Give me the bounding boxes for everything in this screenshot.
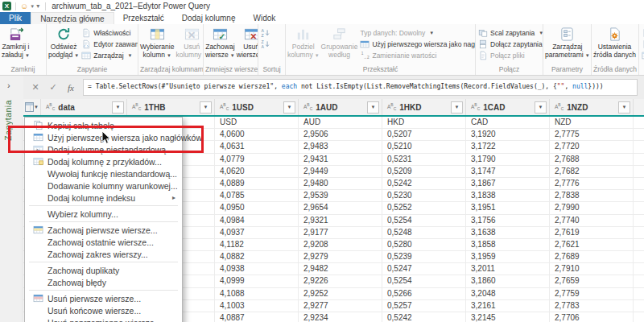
fx-icon[interactable]: fx — [65, 83, 76, 93]
cell[interactable]: 4,0984 — [215, 215, 299, 226]
cell[interactable]: 2,9279 — [299, 251, 382, 262]
manage-parameters-button[interactable]: Zarządzajparametrami▼ — [544, 25, 591, 59]
filter-dropdown-icon[interactable]: ▼ — [283, 101, 295, 114]
close-load-button[interactable]: Zamknij izaładuj▼ — [1, 25, 31, 59]
remove-columns-button[interactable]: ✕Usuńkolumny▼ — [175, 25, 204, 59]
cell[interactable]: 3,2011 — [466, 263, 550, 275]
cell[interactable]: AUD — [299, 117, 382, 128]
cell[interactable]: HKD — [382, 117, 466, 128]
cell[interactable]: 0,5254 — [382, 215, 466, 226]
menu-item-zachowaj-błędy[interactable]: Zachowaj błędy — [25, 276, 182, 288]
tab-plik[interactable]: Plik — [0, 12, 31, 24]
menu-item-dodaj-kolumnę-z-przykładów[interactable]: Dodaj kolumnę z przykładów... — [25, 155, 182, 167]
cell[interactable]: 2,7688 — [550, 154, 634, 165]
filter-dropdown-icon[interactable]: ▼ — [535, 101, 547, 114]
menu-item-zachowaj-ostatnie-wiersze[interactable]: Zachowaj ostatnie wiersze... — [25, 236, 182, 248]
cell[interactable]: 0,5252 — [382, 202, 466, 213]
cell[interactable]: 4,0950 — [215, 202, 299, 213]
cell[interactable]: 0,5207 — [382, 129, 466, 140]
cell[interactable]: 0,5242 — [382, 312, 466, 322]
menu-item-usuń-pierwsze-wiersze[interactable]: Usuń pierwsze wiersze... — [25, 292, 182, 304]
cell[interactable]: 4,0600 — [215, 129, 299, 140]
cell[interactable]: 4,0889 — [215, 178, 299, 189]
typ-danych-dowolny-button[interactable]: Typ danych: Dowolny▼ — [360, 28, 476, 38]
tab-narzędzia-główne[interactable]: Narzędzia główne — [31, 12, 114, 24]
menu-item-dodawanie-kolumny-warunkowej[interactable]: Dodawanie kolumny warunkowej... — [25, 180, 182, 192]
confirm-formula-icon[interactable]: ✓ — [47, 82, 59, 93]
cell[interactable]: 4,0999 — [215, 275, 299, 287]
cell[interactable]: 3,1920 — [466, 129, 550, 140]
cell[interactable]: 3,1838 — [466, 190, 550, 201]
properties-button[interactable]: Właściwości — [81, 28, 138, 38]
manage-button[interactable]: Zarządzaj▼ — [81, 51, 138, 60]
menu-item-zachowaj-pierwsze-wiersze[interactable]: Zachowaj pierwsze wiersze... — [25, 224, 182, 236]
filter-dropdown-icon[interactable]: ▼ — [200, 101, 212, 114]
cell[interactable]: 4,0620 — [215, 166, 299, 177]
cell[interactable]: 2,9654 — [299, 202, 382, 213]
cell[interactable]: 4,1003 — [215, 300, 299, 312]
menu-item-zachowaj-duplikaty[interactable]: Zachowaj duplikaty — [25, 264, 182, 276]
append-queries-button[interactable]: Dołącz zapytania▼ — [478, 39, 543, 49]
cell[interactable]: 4,1088 — [215, 288, 299, 299]
column-header-1CAD[interactable]: ABC1CAD▼ — [466, 99, 550, 115]
cell[interactable]: 3,2048 — [466, 288, 550, 299]
cell[interactable]: 0,5266 — [382, 288, 466, 299]
advanced-editor-button[interactable]: Edytor zaawansowany — [81, 39, 138, 49]
cell[interactable]: 0,5209 — [382, 166, 466, 177]
cell[interactable]: 4,0779 — [215, 154, 299, 165]
cell[interactable]: 2,9482 — [299, 263, 382, 275]
cell[interactable]: 0,5230 — [382, 190, 466, 201]
cell[interactable]: 2,9252 — [299, 288, 382, 299]
refresh-button[interactable]: Odświeżpodgląd▼ — [47, 25, 80, 59]
cell[interactable]: 4,0631 — [215, 141, 299, 152]
cell[interactable]: 2,7759 — [550, 288, 634, 299]
cell[interactable]: 3,1858 — [466, 239, 550, 250]
column-header-1AUD[interactable]: ABC1AUD▼ — [299, 99, 382, 115]
cell[interactable]: 4,0937 — [215, 227, 299, 238]
filter-dropdown-icon[interactable]: ▼ — [112, 101, 124, 114]
cell[interactable]: 2,7720 — [550, 141, 634, 152]
expand-pane-icon[interactable]: › — [7, 80, 10, 90]
cell[interactable]: 4,0887 — [215, 312, 299, 322]
cell[interactable]: 0,5231 — [382, 154, 466, 165]
cell[interactable]: 4,0785 — [215, 190, 299, 201]
tab-przekształć[interactable]: Przekształć — [114, 12, 173, 24]
cell[interactable]: 4,0882 — [215, 251, 299, 262]
cell[interactable]: 2,9506 — [299, 129, 382, 140]
cell[interactable]: 3,1756 — [466, 215, 550, 226]
column-header-1USD[interactable]: ABC1USD▼ — [215, 99, 299, 115]
cell[interactable]: 3,1790 — [466, 154, 550, 165]
filter-dropdown-icon[interactable]: ▼ — [367, 101, 379, 114]
cell[interactable]: 2,7776 — [550, 178, 634, 189]
cell[interactable]: 2,7990 — [550, 202, 634, 213]
cell[interactable]: 2,7682 — [550, 166, 634, 177]
cell[interactable]: 4,0938 — [215, 263, 299, 275]
cell[interactable]: 3,1638 — [466, 227, 550, 238]
cell[interactable]: 2,7910 — [550, 263, 634, 275]
column-header-1THB[interactable]: ABC1THB▼ — [127, 99, 215, 115]
keep-rows-button[interactable]: ✓Zachowajwiersze▼ — [204, 25, 236, 59]
cell[interactable]: 2,9321 — [299, 215, 382, 226]
sort-az-button[interactable]: AZ — [261, 28, 270, 38]
first-row-headers-button[interactable]: Użyj pierwszego wiersza jako nagłówków▼ — [360, 39, 476, 49]
cell[interactable]: 3,1747 — [466, 166, 550, 177]
menu-item-usuń-końcowe-wiersze[interactable]: Usuń końcowe wiersze... — [25, 304, 182, 316]
tab-dodaj-kolumnę[interactable]: Dodaj kolumnę — [173, 12, 245, 24]
filter-dropdown-icon[interactable]: ▼ — [618, 101, 630, 114]
cell[interactable]: 0,5239 — [382, 251, 466, 262]
cell[interactable]: 2,9208 — [299, 239, 382, 250]
cell[interactable]: 2,7706 — [550, 312, 634, 322]
cell[interactable]: 4,1182 — [215, 239, 299, 250]
split-column-button[interactable]: Podzielkolumny▼ — [287, 25, 320, 59]
cell[interactable]: 2,9449 — [299, 166, 382, 177]
cell[interactable]: 3,2161 — [466, 300, 550, 312]
cell[interactable]: 0,5248 — [382, 227, 466, 238]
smiley-feedback-icon[interactable]: ☺ — [20, 2, 28, 10]
remove-rows-button[interactable]: ✕Usuńwiersze▼ — [236, 25, 258, 59]
cancel-formula-icon[interactable]: ✕ — [30, 82, 41, 93]
menu-item-usuń-naprzemienne-wiersze[interactable]: Usuń naprzemienne wiersze... — [25, 316, 182, 322]
cell[interactable]: 2,7775 — [550, 129, 634, 140]
cell[interactable]: 2,7659 — [550, 275, 634, 287]
cell[interactable]: 2,9483 — [299, 141, 382, 152]
cell[interactable]: 2,7619 — [550, 227, 634, 238]
